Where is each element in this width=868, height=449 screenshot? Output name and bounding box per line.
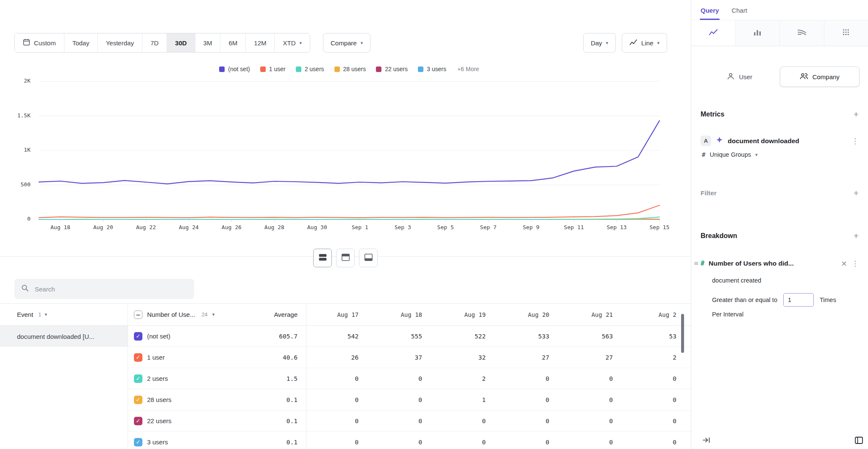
metric-aggregation-dropdown[interactable]: # Unique Groups ▾ bbox=[701, 151, 859, 158]
event-list-item[interactable]: document downloaded [U... bbox=[0, 326, 128, 347]
date-range-control: CustomTodayYesterday7D30D3M6M12MXTD▾ bbox=[14, 33, 310, 53]
date-range-6m[interactable]: 6M bbox=[220, 33, 245, 52]
average-value: 0.1 bbox=[238, 439, 306, 446]
metric-name: document downloaded bbox=[728, 137, 847, 145]
table-row[interactable]: ✓1 user40.626373227272 bbox=[128, 347, 691, 368]
value-cell: 0 bbox=[433, 418, 497, 424]
view-toggle-table-only[interactable] bbox=[359, 249, 378, 267]
value-cell: 53 bbox=[624, 333, 687, 340]
value-cell: 27 bbox=[560, 354, 624, 361]
value-cell: 0 bbox=[624, 418, 687, 424]
date-range-12m[interactable]: 12M bbox=[245, 33, 274, 52]
legend-color-chip bbox=[376, 67, 381, 72]
check-icon: ✓ bbox=[136, 333, 141, 339]
search-box[interactable] bbox=[14, 279, 194, 299]
date-range-xtd[interactable]: XTD▾ bbox=[274, 33, 310, 52]
legend-item[interactable]: 28 users bbox=[334, 66, 366, 72]
table-row[interactable]: ✓28 users0.1001000 bbox=[128, 389, 691, 410]
value-cell: 1 bbox=[433, 396, 497, 403]
y-axis-tick-label: 0 bbox=[0, 216, 31, 222]
bar-chart-icon bbox=[754, 29, 761, 37]
company-toggle-button[interactable]: Company bbox=[780, 67, 860, 87]
metrics-section: Metrics + A document downloaded ⋮ # Uniq… bbox=[691, 110, 868, 158]
table-main: − Number of Use... 24 ▾ Average Aug 17Au… bbox=[128, 304, 691, 449]
table-row[interactable]: ✓(not set)605.754255552253356353 bbox=[128, 326, 691, 347]
row-checkbox[interactable]: ✓ bbox=[134, 374, 142, 383]
legend-item[interactable]: 3 users bbox=[418, 66, 446, 72]
row-checkbox[interactable]: ✓ bbox=[134, 438, 142, 446]
breakdown-card-title[interactable]: Number of Users who did... bbox=[709, 260, 837, 267]
table-row[interactable]: ✓22 users0.1000000 bbox=[128, 410, 691, 432]
side-panel-icon[interactable] bbox=[855, 437, 863, 446]
legend-label: 2 users bbox=[305, 66, 324, 72]
date-range-today[interactable]: Today bbox=[64, 33, 97, 52]
search-input[interactable] bbox=[34, 285, 187, 293]
x-axis-ticks bbox=[39, 219, 659, 222]
kebab-menu-icon[interactable]: ⋮ bbox=[851, 137, 859, 145]
value-cell: 26 bbox=[306, 354, 370, 361]
chart-type-flow[interactable] bbox=[779, 20, 824, 46]
event-column-header[interactable]: Event 1 ▾ bbox=[0, 304, 128, 326]
legend-item[interactable]: 1 user bbox=[260, 66, 286, 72]
legend-more[interactable]: +6 More bbox=[457, 66, 479, 72]
row-checkbox[interactable]: ✓ bbox=[134, 417, 142, 425]
date-range-custom[interactable]: Custom bbox=[15, 33, 64, 52]
chart-type-grid[interactable] bbox=[824, 20, 868, 46]
x-axis-tick-label: Aug 18 bbox=[50, 224, 70, 230]
row-checkbox[interactable]: ✓ bbox=[134, 353, 142, 362]
add-metric-button[interactable]: + bbox=[854, 110, 859, 119]
tab-chart[interactable]: Chart bbox=[732, 7, 747, 20]
drag-handle-icon[interactable]: ≡ bbox=[694, 260, 699, 266]
aggregation-label: Unique Groups bbox=[709, 151, 751, 158]
metric-item[interactable]: A document downloaded ⋮ bbox=[701, 136, 859, 146]
date-range-3m[interactable]: 3M bbox=[195, 33, 220, 52]
date-range-30d[interactable]: 30D bbox=[167, 33, 195, 52]
times-value-input[interactable] bbox=[783, 293, 814, 307]
legend-item[interactable]: (not set) bbox=[219, 66, 250, 72]
event-sparkle-icon bbox=[716, 136, 723, 145]
kebab-menu-icon[interactable]: ⋮ bbox=[851, 259, 859, 268]
select-all-checkbox[interactable]: − bbox=[134, 310, 142, 319]
row-checkbox[interactable]: ✓ bbox=[134, 396, 142, 404]
table-scrollbar[interactable] bbox=[681, 314, 684, 353]
collapse-panel-icon[interactable] bbox=[702, 436, 710, 446]
add-filter-button[interactable]: + bbox=[854, 188, 859, 197]
split-rows-icon bbox=[319, 254, 327, 262]
granularity-button[interactable]: Day ▾ bbox=[583, 33, 616, 53]
value-cell: 0 bbox=[560, 439, 624, 446]
row-checkbox[interactable]: ✓ bbox=[134, 332, 142, 341]
per-interval-label[interactable]: Per Interval bbox=[701, 311, 859, 318]
user-toggle-button[interactable]: User bbox=[700, 67, 780, 87]
value-cell: 0 bbox=[370, 375, 433, 382]
chart-type-bar[interactable] bbox=[735, 20, 780, 46]
tab-query[interactable]: Query bbox=[701, 7, 719, 20]
y-axis-tick-label: 1K bbox=[0, 147, 31, 153]
breakdown-event-name[interactable]: document created bbox=[701, 277, 859, 284]
value-cell: 0 bbox=[306, 439, 370, 446]
hash-icon: # bbox=[702, 151, 705, 158]
legend-item[interactable]: 22 users bbox=[376, 66, 408, 72]
value-cell: 542 bbox=[306, 333, 370, 340]
value-cell: 0 bbox=[306, 418, 370, 424]
table-row[interactable]: ✓3 users0.1000000 bbox=[128, 432, 691, 449]
search-row bbox=[14, 279, 194, 299]
view-toggle-split[interactable] bbox=[313, 249, 332, 267]
compare-button[interactable]: Compare ▾ bbox=[323, 33, 370, 53]
series-column-header[interactable]: − Number of Use... 24 ▾ bbox=[128, 310, 238, 319]
view-toggle-chart-only[interactable] bbox=[336, 249, 355, 267]
date-range-yesterday[interactable]: Yesterday bbox=[97, 33, 142, 52]
date-range-7d[interactable]: 7D bbox=[142, 33, 167, 52]
series-label: (not set) bbox=[147, 333, 170, 340]
condition-prefix[interactable]: Greater than or equal to bbox=[712, 297, 777, 303]
chart-type-button[interactable]: Line ▾ bbox=[622, 33, 667, 53]
close-icon[interactable]: × bbox=[841, 259, 847, 268]
query-panel: Query Chart User Company bbox=[691, 0, 868, 449]
x-axis-tick bbox=[360, 219, 360, 222]
property-hash-icon: # bbox=[701, 260, 704, 267]
add-breakdown-button[interactable]: + bbox=[854, 231, 859, 240]
check-icon: ✓ bbox=[136, 354, 141, 360]
series-cell: ✓2 users bbox=[128, 374, 238, 383]
table-row[interactable]: ✓2 users1.5002000 bbox=[128, 368, 691, 389]
chart-type-line[interactable] bbox=[691, 20, 735, 46]
legend-item[interactable]: 2 users bbox=[296, 66, 324, 72]
